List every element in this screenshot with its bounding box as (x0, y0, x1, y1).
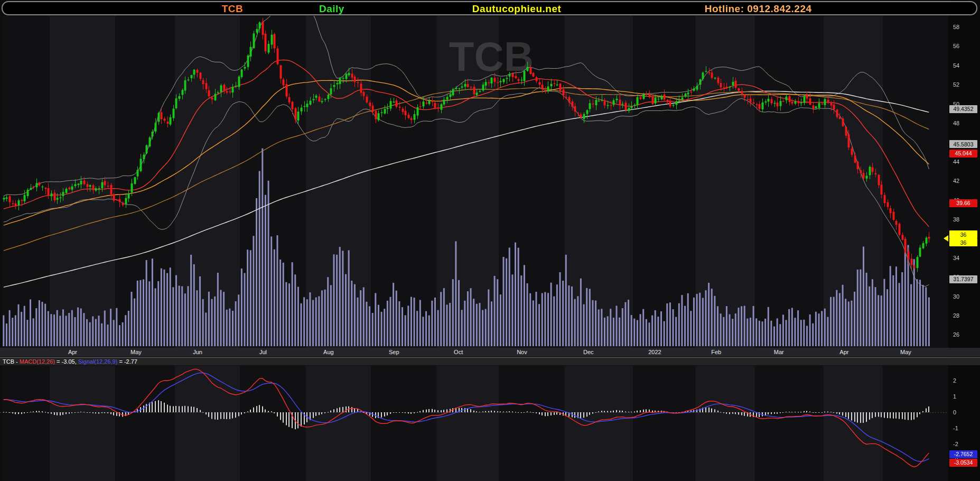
time-axis: AprMayJunJulAugSepOctNovDec2022FebMarApr… (0, 348, 980, 357)
symbol-title: TCB (222, 3, 244, 15)
time-axis-label: Apr (68, 349, 77, 355)
price-tag: 31.7397 (949, 275, 977, 283)
price-tick: 44 (953, 159, 959, 165)
macd-tick: -2 (953, 441, 958, 447)
macd-tag: -3.0534 (949, 459, 977, 467)
macd-label-part: = -3.05, (55, 358, 78, 365)
price-tick: 54 (953, 62, 959, 69)
time-axis-label: Feb (711, 349, 721, 355)
hotline-label: Hotline: 0912.842.224 (705, 3, 812, 15)
time-axis-label: Aug (323, 349, 334, 355)
time-axis-label: Apr (839, 349, 848, 355)
price-axis: 5856545250484644424038363432302826210-1-… (948, 0, 980, 481)
price-tag: 45.5803 (949, 140, 977, 148)
time-axis-label: Dec (583, 349, 594, 355)
macd-label-part: = -2.77 (117, 358, 137, 365)
price-tick: 26 (953, 331, 959, 338)
macd-tick: 2 (953, 377, 956, 384)
price-tag: 39.66 (949, 199, 977, 207)
price-tick: 28 (953, 312, 959, 319)
macd-label-part: TCB - (3, 358, 20, 365)
stock-chart-app: TCB Daily Dautucophieu.net Hotline: 0912… (0, 0, 980, 481)
macd-tick: 1 (953, 393, 956, 400)
website-label: Dautucophieu.net (472, 3, 561, 15)
price-tick: 58 (953, 24, 959, 30)
price-tick: 52 (953, 81, 959, 88)
time-axis-label: Oct (454, 349, 463, 355)
time-axis-label: May (130, 349, 142, 355)
last-price-marker (944, 235, 948, 242)
price-tick: 34 (953, 255, 959, 261)
price-tag: 36 (949, 230, 977, 238)
price-tag: 36 (949, 238, 977, 246)
macd-label-part: Signal(12,26,9) (78, 358, 118, 365)
price-tag: 49.4352 (949, 105, 977, 113)
time-axis-label: May (900, 349, 911, 355)
price-tick: 30 (953, 293, 959, 300)
header-frame: TCB Daily Dautucophieu.net Hotline: 0912… (2, 1, 977, 15)
time-axis-label: Sep (389, 349, 399, 355)
price-tag: 45.044 (949, 150, 977, 158)
time-axis-label: Nov (517, 349, 527, 355)
price-chart-canvas[interactable] (0, 0, 980, 481)
time-axis-label: Jul (259, 349, 267, 355)
price-tick: 48 (953, 120, 959, 126)
macd-indicator-label: TCB - MACD(12,26) = -3.05, Signal(12,26,… (0, 357, 980, 365)
macd-label-part: MACD(12,26) (20, 358, 55, 365)
time-axis-label: 2022 (648, 349, 661, 355)
macd-tick: 0 (953, 409, 956, 415)
price-tick: 56 (953, 43, 959, 49)
price-tick: 38 (953, 216, 959, 223)
time-axis-label: Jun (193, 349, 202, 355)
time-axis-label: Mar (774, 349, 784, 355)
macd-tick: -1 (953, 425, 958, 431)
price-tick: 42 (953, 178, 959, 184)
macd-tag: -2.7652 (949, 450, 977, 458)
timeframe-label: Daily (319, 3, 344, 15)
